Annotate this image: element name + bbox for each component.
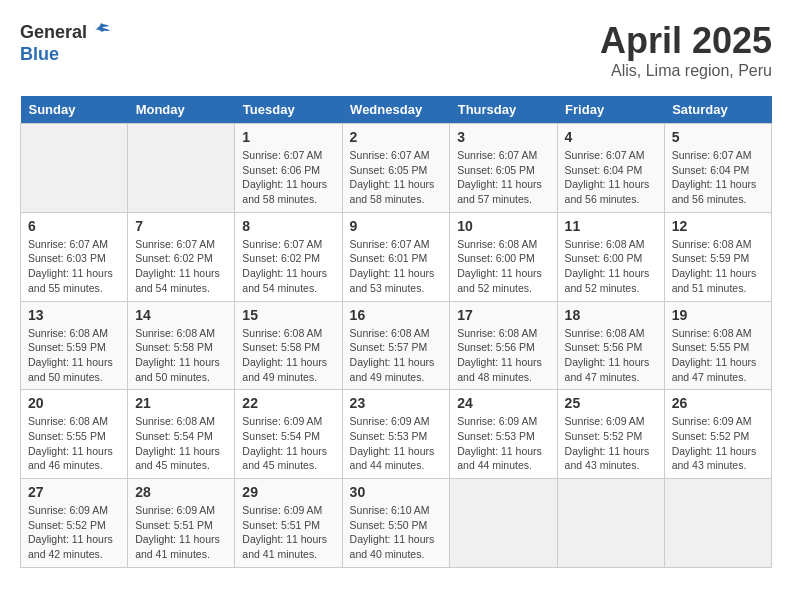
week-row-2: 6Sunrise: 6:07 AM Sunset: 6:03 PM Daylig… (21, 212, 772, 301)
header-row: SundayMondayTuesdayWednesdayThursdayFrid… (21, 96, 772, 124)
day-number: 9 (350, 218, 443, 234)
day-number: 7 (135, 218, 227, 234)
day-info: Sunrise: 6:09 AM Sunset: 5:52 PM Dayligh… (565, 414, 657, 473)
day-info: Sunrise: 6:07 AM Sunset: 6:05 PM Dayligh… (350, 148, 443, 207)
calendar-cell: 24Sunrise: 6:09 AM Sunset: 5:53 PM Dayli… (450, 390, 557, 479)
day-info: Sunrise: 6:07 AM Sunset: 6:03 PM Dayligh… (28, 237, 120, 296)
day-info: Sunrise: 6:08 AM Sunset: 5:55 PM Dayligh… (28, 414, 120, 473)
day-number: 21 (135, 395, 227, 411)
day-header-tuesday: Tuesday (235, 96, 342, 124)
day-number: 29 (242, 484, 334, 500)
day-number: 11 (565, 218, 657, 234)
day-info: Sunrise: 6:09 AM Sunset: 5:52 PM Dayligh… (28, 503, 120, 562)
main-title: April 2025 (600, 20, 772, 62)
day-info: Sunrise: 6:10 AM Sunset: 5:50 PM Dayligh… (350, 503, 443, 562)
calendar-cell: 6Sunrise: 6:07 AM Sunset: 6:03 PM Daylig… (21, 212, 128, 301)
calendar-cell: 17Sunrise: 6:08 AM Sunset: 5:56 PM Dayli… (450, 301, 557, 390)
day-info: Sunrise: 6:09 AM Sunset: 5:51 PM Dayligh… (242, 503, 334, 562)
day-info: Sunrise: 6:09 AM Sunset: 5:52 PM Dayligh… (672, 414, 764, 473)
day-number: 3 (457, 129, 549, 145)
week-row-3: 13Sunrise: 6:08 AM Sunset: 5:59 PM Dayli… (21, 301, 772, 390)
day-info: Sunrise: 6:07 AM Sunset: 6:02 PM Dayligh… (242, 237, 334, 296)
day-number: 4 (565, 129, 657, 145)
week-row-4: 20Sunrise: 6:08 AM Sunset: 5:55 PM Dayli… (21, 390, 772, 479)
day-info: Sunrise: 6:09 AM Sunset: 5:53 PM Dayligh… (350, 414, 443, 473)
calendar-cell (450, 479, 557, 568)
day-number: 17 (457, 307, 549, 323)
day-info: Sunrise: 6:07 AM Sunset: 6:02 PM Dayligh… (135, 237, 227, 296)
day-info: Sunrise: 6:07 AM Sunset: 6:04 PM Dayligh… (672, 148, 764, 207)
day-header-thursday: Thursday (450, 96, 557, 124)
calendar-cell: 4Sunrise: 6:07 AM Sunset: 6:04 PM Daylig… (557, 124, 664, 213)
day-number: 1 (242, 129, 334, 145)
calendar-cell: 12Sunrise: 6:08 AM Sunset: 5:59 PM Dayli… (664, 212, 771, 301)
calendar-cell: 1Sunrise: 6:07 AM Sunset: 6:06 PM Daylig… (235, 124, 342, 213)
day-info: Sunrise: 6:08 AM Sunset: 5:54 PM Dayligh… (135, 414, 227, 473)
day-number: 10 (457, 218, 549, 234)
calendar-table: SundayMondayTuesdayWednesdayThursdayFrid… (20, 96, 772, 568)
day-info: Sunrise: 6:08 AM Sunset: 5:56 PM Dayligh… (565, 326, 657, 385)
week-row-5: 27Sunrise: 6:09 AM Sunset: 5:52 PM Dayli… (21, 479, 772, 568)
calendar-cell: 14Sunrise: 6:08 AM Sunset: 5:58 PM Dayli… (128, 301, 235, 390)
logo-blue-text: Blue (20, 44, 59, 65)
day-number: 15 (242, 307, 334, 323)
day-number: 19 (672, 307, 764, 323)
calendar-cell: 23Sunrise: 6:09 AM Sunset: 5:53 PM Dayli… (342, 390, 450, 479)
day-number: 12 (672, 218, 764, 234)
calendar-cell: 25Sunrise: 6:09 AM Sunset: 5:52 PM Dayli… (557, 390, 664, 479)
day-header-monday: Monday (128, 96, 235, 124)
day-info: Sunrise: 6:08 AM Sunset: 6:00 PM Dayligh… (565, 237, 657, 296)
calendar-cell: 15Sunrise: 6:08 AM Sunset: 5:58 PM Dayli… (235, 301, 342, 390)
day-number: 6 (28, 218, 120, 234)
day-number: 14 (135, 307, 227, 323)
day-info: Sunrise: 6:07 AM Sunset: 6:06 PM Dayligh… (242, 148, 334, 207)
sub-title: Alis, Lima region, Peru (600, 62, 772, 80)
calendar-cell: 26Sunrise: 6:09 AM Sunset: 5:52 PM Dayli… (664, 390, 771, 479)
day-header-saturday: Saturday (664, 96, 771, 124)
day-number: 5 (672, 129, 764, 145)
day-number: 28 (135, 484, 227, 500)
calendar-cell: 18Sunrise: 6:08 AM Sunset: 5:56 PM Dayli… (557, 301, 664, 390)
calendar-cell: 21Sunrise: 6:08 AM Sunset: 5:54 PM Dayli… (128, 390, 235, 479)
day-info: Sunrise: 6:08 AM Sunset: 5:55 PM Dayligh… (672, 326, 764, 385)
calendar-cell: 19Sunrise: 6:08 AM Sunset: 5:55 PM Dayli… (664, 301, 771, 390)
day-header-friday: Friday (557, 96, 664, 124)
calendar-cell: 11Sunrise: 6:08 AM Sunset: 6:00 PM Dayli… (557, 212, 664, 301)
day-info: Sunrise: 6:08 AM Sunset: 5:59 PM Dayligh… (672, 237, 764, 296)
day-info: Sunrise: 6:07 AM Sunset: 6:05 PM Dayligh… (457, 148, 549, 207)
logo-container: General Blue (20, 20, 113, 65)
day-info: Sunrise: 6:08 AM Sunset: 5:56 PM Dayligh… (457, 326, 549, 385)
day-number: 23 (350, 395, 443, 411)
day-info: Sunrise: 6:08 AM Sunset: 5:58 PM Dayligh… (135, 326, 227, 385)
day-info: Sunrise: 6:08 AM Sunset: 5:58 PM Dayligh… (242, 326, 334, 385)
calendar-cell: 9Sunrise: 6:07 AM Sunset: 6:01 PM Daylig… (342, 212, 450, 301)
calendar-cell (557, 479, 664, 568)
calendar-cell (128, 124, 235, 213)
calendar-cell: 10Sunrise: 6:08 AM Sunset: 6:00 PM Dayli… (450, 212, 557, 301)
day-number: 26 (672, 395, 764, 411)
day-info: Sunrise: 6:08 AM Sunset: 6:00 PM Dayligh… (457, 237, 549, 296)
day-number: 13 (28, 307, 120, 323)
day-info: Sunrise: 6:08 AM Sunset: 5:57 PM Dayligh… (350, 326, 443, 385)
calendar-cell: 27Sunrise: 6:09 AM Sunset: 5:52 PM Dayli… (21, 479, 128, 568)
day-number: 22 (242, 395, 334, 411)
calendar-cell: 3Sunrise: 6:07 AM Sunset: 6:05 PM Daylig… (450, 124, 557, 213)
calendar-cell: 5Sunrise: 6:07 AM Sunset: 6:04 PM Daylig… (664, 124, 771, 213)
day-header-sunday: Sunday (21, 96, 128, 124)
calendar-cell: 2Sunrise: 6:07 AM Sunset: 6:05 PM Daylig… (342, 124, 450, 213)
calendar-cell (21, 124, 128, 213)
day-number: 2 (350, 129, 443, 145)
logo-bird-icon (89, 20, 113, 44)
calendar-cell (664, 479, 771, 568)
calendar-cell: 30Sunrise: 6:10 AM Sunset: 5:50 PM Dayli… (342, 479, 450, 568)
day-header-wednesday: Wednesday (342, 96, 450, 124)
day-number: 18 (565, 307, 657, 323)
calendar-cell: 13Sunrise: 6:08 AM Sunset: 5:59 PM Dayli… (21, 301, 128, 390)
calendar-cell: 20Sunrise: 6:08 AM Sunset: 5:55 PM Dayli… (21, 390, 128, 479)
calendar-cell: 8Sunrise: 6:07 AM Sunset: 6:02 PM Daylig… (235, 212, 342, 301)
day-number: 27 (28, 484, 120, 500)
week-row-1: 1Sunrise: 6:07 AM Sunset: 6:06 PM Daylig… (21, 124, 772, 213)
day-number: 20 (28, 395, 120, 411)
day-number: 25 (565, 395, 657, 411)
day-number: 24 (457, 395, 549, 411)
